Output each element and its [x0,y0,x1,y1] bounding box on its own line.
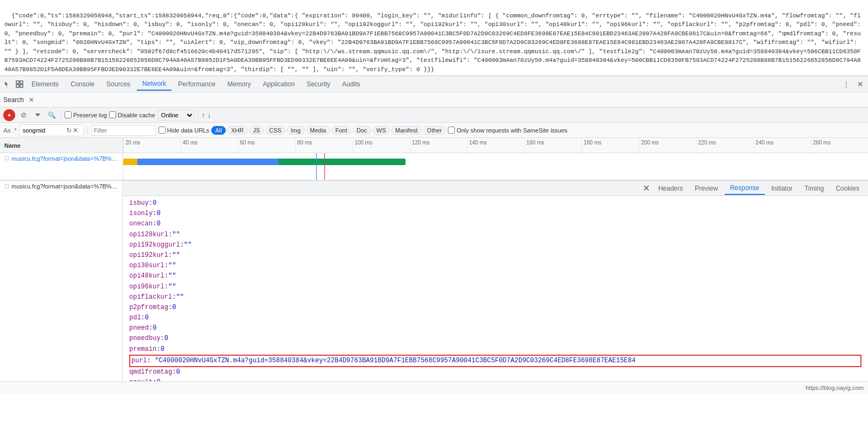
more-options-icon[interactable]: ⋮ [841,79,852,90]
status-bar: https://blog.nayig.com [0,381,868,393]
tab-audits[interactable]: Audits [337,78,365,90]
tab-performance[interactable]: Performance [173,78,221,90]
tl-40ms: 40 ms [181,138,238,153]
detail-pane: ✕ Headers Preview Response Initiator Tim… [123,181,868,381]
clear-button[interactable]: ⊘ [17,109,29,121]
tl-80ms: 80 ms [295,138,353,153]
timeline-bar: Name 20 ms 40 ms 60 ms 80 ms 100 ms 120 … [0,138,868,153]
type-filter-group: All XHR JS CSS Img Media Font Doc WS Man… [211,126,446,135]
search-clear-icon[interactable]: ✕ [73,127,78,134]
response-line: onecan: 0 [129,219,861,229]
separator-3 [87,126,88,135]
tl-260ms: 260 ms [810,138,868,153]
response-line: opi128kurl: "" [129,230,861,240]
tl-120ms: 120 ms [410,138,467,153]
preserve-log-checkbox-label[interactable]: Preserve log [65,111,107,118]
filter-media[interactable]: Media [306,126,330,135]
tl-180ms: 180 ms [581,138,639,153]
filter-all[interactable]: All [211,126,225,135]
tl-140ms: 140 ms [467,138,524,153]
filter-ws[interactable]: WS [372,126,390,135]
detail-tab-response[interactable]: Response [725,182,765,195]
hide-data-urls-checkbox[interactable] [159,127,166,134]
throttle-select[interactable]: Online Fast 3G Slow 3G Offline [157,110,194,121]
detail-tab-preview[interactable]: Preview [689,182,724,194]
waterfall-marker-1 [316,153,317,180]
filter-input[interactable] [91,125,156,136]
response-line: isbuy: 0 [129,198,861,209]
filter-doc[interactable]: Doc [353,126,371,135]
tl-60ms: 60 ms [238,138,295,153]
separator-2 [198,111,198,119]
detail-tab-initiator[interactable]: Initiator [766,182,798,194]
record-button[interactable]: ● [3,109,15,121]
response-content-area[interactable]: isbuy: 0isonly: 0onecan: 0opi128kurl: ""… [123,196,868,381]
search-network-button[interactable]: 🔍 [46,109,58,121]
samesite-label[interactable]: Only show requests with SameSite issues [448,127,567,134]
preserve-log-label: Preserve log [73,112,107,118]
search-refresh-icon[interactable]: ↻ [66,127,72,134]
download-icon[interactable]: ↓ [207,111,211,119]
regex-toggle[interactable]: .* [12,127,16,134]
tab-memory[interactable]: Memory [222,78,256,90]
separator-1 [61,111,61,119]
filter-js[interactable]: JS [249,126,264,135]
status-url: https://blog.nayig.com [806,385,864,391]
filter-font[interactable]: Font [332,126,351,135]
tab-sources[interactable]: Sources [101,78,136,90]
search-filter-row: Aa .* ↻ ✕ Hide data URLs All XHR JS CSS … [0,123,868,138]
main-content: ☐ musicu.fcg?format=json&data=%7B%22req_… [0,180,868,381]
aa-toggle[interactable]: Aa [3,127,10,134]
tab-network[interactable]: Network [137,78,172,91]
network-toolbar: ● ⊘ ⏷ 🔍 Preserve log Disable cache Onlin… [0,108,868,123]
tab-console[interactable]: Console [65,78,100,90]
request-filename[interactable]: musicu.fcg?format=json&data=%7B%22req_0%… [11,183,118,190]
filter-img[interactable]: Img [287,126,304,135]
response-line: opi192kurl: "" [129,250,861,261]
upload-icon[interactable]: ↑ [201,111,205,119]
search-input[interactable] [23,127,66,134]
waterfall-name-col: ☐ musicu.fcg?format=json&data=%7B%22req_… [0,153,123,180]
tab-elements[interactable]: Elements [26,78,64,90]
detail-tab-cookies[interactable]: Cookies [831,182,865,194]
response-line: opi48kurl: "" [129,271,861,281]
search-input-container: ↻ ✕ [19,124,84,136]
hide-data-urls-label[interactable]: Hide data URLs [159,127,210,134]
detail-close-icon[interactable]: ✕ [641,183,652,193]
tl-100ms: 100 ms [352,138,410,153]
tab-security[interactable]: Security [301,78,335,90]
tl-200ms: 200 ms [639,138,696,153]
devtools-tab-bar: Elements Console Sources Network Perform… [0,76,868,92]
search-close-icon[interactable]: ✕ [26,95,37,105]
response-line: result: 0 [129,377,861,381]
inspect-icon[interactable] [14,79,25,90]
filter-xhr[interactable]: XHR [227,126,248,135]
cursor-icon[interactable] [2,79,13,90]
waterfall-chart [123,153,868,180]
disable-cache-checkbox-label[interactable]: Disable cache [109,111,155,118]
detail-tab-timing[interactable]: Timing [799,182,829,194]
filter-css[interactable]: CSS [265,126,286,135]
tl-160ms: 160 ms [524,138,582,153]
detail-tab-headers[interactable]: Headers [653,182,688,194]
tab-application[interactable]: Application [257,78,300,90]
response-line: opi192koggurl: "" [129,240,861,250]
preserve-log-checkbox[interactable] [65,111,72,118]
waterfall-filename[interactable]: musicu.fcg?format=json&data=%7B%22req_0%… [11,155,118,162]
filter-manifest[interactable]: Manifest [391,126,422,135]
filter-other[interactable]: Other [423,126,446,135]
disable-cache-checkbox[interactable] [109,111,116,118]
response-line: premain: 0 [129,344,861,355]
samesite-checkbox[interactable] [448,127,455,134]
response-line: opiflackurl: "" [129,292,861,303]
request-item[interactable]: ☐ musicu.fcg?format=json&data=%7B%22req_… [0,181,122,192]
file-icon: ☐ [4,184,9,190]
response-line: qmdlfromtag: 0 [129,367,861,377]
timeline-marks: 20 ms 40 ms 60 ms 80 ms 100 ms 120 ms 14… [123,138,868,153]
waterfall-row: ☐ musicu.fcg?format=json&data=%7B%22req_… [0,153,868,180]
response-line: pneedbuy: 0 [129,333,861,344]
svg-rect-3 [20,85,23,87]
close-devtools-icon[interactable]: ✕ [855,79,866,90]
disable-cache-label: Disable cache [118,112,155,118]
filter-button[interactable]: ⏷ [31,109,43,121]
